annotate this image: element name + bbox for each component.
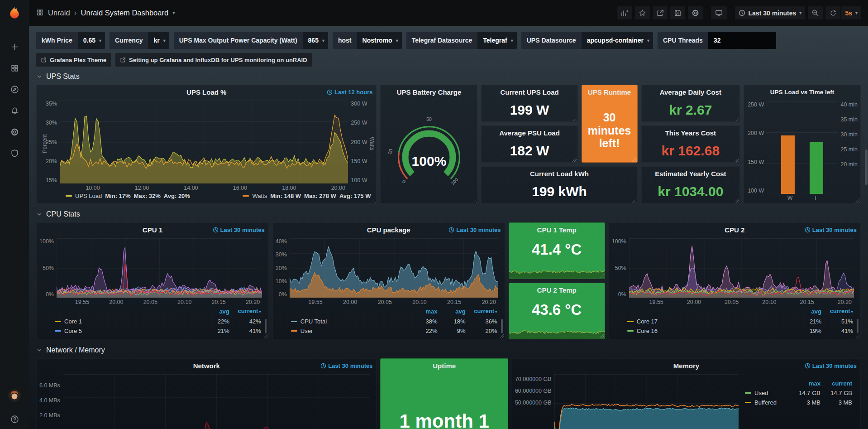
variable-value-dropdown[interactable]: 865▾ (303, 32, 328, 49)
legend-scrollbar[interactable] (265, 319, 267, 333)
explore-compass-icon[interactable] (10, 85, 19, 94)
legend-sort-max[interactable]: max (410, 307, 438, 316)
help-icon[interactable] (10, 415, 19, 424)
variable-value-dropdown[interactable]: apcupsd-container▾ (582, 32, 653, 49)
legend-series-name[interactable]: Core 5 (55, 326, 200, 336)
legend-sort-current[interactable]: current▾ (821, 306, 853, 317)
stat-value: 30 minutes left! (582, 111, 637, 150)
bar-time-left[interactable] (810, 142, 823, 194)
star-dashboard-button[interactable] (634, 6, 650, 20)
y-axis-left: 6.0 MBs4.0 MBs2.0 MBs (39, 374, 60, 429)
add-icon[interactable] (10, 43, 19, 51)
legend-series-name[interactable]: Buffered (745, 398, 789, 407)
page-scrollbar-thumb[interactable] (865, 149, 868, 185)
share-dashboard-button[interactable] (652, 6, 668, 20)
row-ups-stats[interactable]: UPS Stats (36, 68, 861, 85)
variable-host[interactable]: host Nostromo▾ (333, 32, 402, 49)
legend-series-name[interactable]: UPS Load (75, 193, 102, 199)
panel-title[interactable]: Uptime (433, 362, 456, 370)
variable-value-dropdown[interactable]: kr▾ (148, 32, 169, 49)
row-network-memory[interactable]: Network / Memory (36, 342, 861, 358)
panel-title[interactable]: Estimated Yearly Cost (655, 170, 726, 178)
legend-series-name[interactable]: CPU Total (291, 317, 410, 326)
cycle-view-mode-button[interactable] (711, 6, 727, 20)
plot-area[interactable] (290, 238, 498, 298)
panel-title[interactable]: This Years Cost (665, 129, 716, 137)
legend-sort-current[interactable]: current▾ (466, 306, 497, 317)
legend-sort-max[interactable]: max (789, 379, 820, 388)
zoom-out-button[interactable] (807, 6, 823, 20)
cpu-threads-input[interactable] (708, 32, 776, 49)
plot-area[interactable] (629, 238, 854, 298)
legend-series-name[interactable]: User (291, 326, 410, 336)
legend-series-name[interactable]: Used (745, 388, 789, 398)
refresh-button[interactable] (825, 6, 841, 20)
panel-title[interactable]: UPS Load % (186, 88, 226, 96)
time-range-picker[interactable]: Last 30 minutes ▾ (734, 6, 806, 20)
legend-row: Core 17 21%51% (627, 317, 853, 326)
stat-value: 43.6 °C (532, 301, 582, 318)
legend-series-name[interactable]: Watts (252, 193, 267, 199)
legend-sort-current[interactable]: current▾ (229, 306, 261, 317)
legend-scrollbar[interactable] (857, 319, 858, 333)
plot-area[interactable] (766, 101, 838, 194)
legend-series-name[interactable]: Core 1 (55, 317, 200, 326)
dashboard-settings-button[interactable] (687, 6, 703, 20)
external-link-icon (41, 57, 47, 63)
variable-ups-datasource[interactable]: UPS Datasource apcupsd-container▾ (521, 32, 653, 49)
panel-title[interactable]: Average PSU Load (499, 129, 560, 137)
panel-title[interactable]: CPU package (367, 226, 410, 234)
plot-area[interactable] (63, 374, 370, 429)
panel-title[interactable]: Memory (673, 362, 700, 370)
dashboard-link-ups-guide[interactable]: Setting up Grafana and InfluxDB for UPS … (115, 53, 312, 67)
panel-title[interactable]: UPS Load vs Time left (770, 89, 835, 96)
dashboards-icon[interactable] (10, 64, 19, 72)
panel-title[interactable]: CPU 1 Temp (537, 226, 577, 234)
row-title: Network / Memory (46, 346, 105, 354)
panel-network: Network Last 30 minutes 6.0 MBs4.0 MBs2.… (36, 358, 377, 429)
legend-sort-current[interactable]: current (820, 379, 852, 388)
variable-currency[interactable]: Currency kr▾ (110, 32, 169, 49)
panel-title[interactable]: CPU 1 (143, 226, 162, 234)
dashboard-link-plex-theme[interactable]: Grafana Plex Theme (36, 53, 111, 67)
refresh-interval-picker[interactable]: 5s ▾ (841, 6, 862, 20)
variable-ups-max-output[interactable]: UPS Max Output Power Capacity (Watt) 865… (174, 32, 328, 49)
legend-scrollbar[interactable] (501, 319, 503, 333)
bar-watts[interactable] (781, 135, 795, 194)
plot-area[interactable] (60, 101, 348, 183)
panel-title[interactable]: CPU 2 Temp (537, 286, 577, 294)
save-dashboard-button[interactable] (670, 6, 686, 20)
panel-title[interactable]: Current UPS Load (500, 88, 558, 96)
panel-title[interactable]: Network (193, 362, 220, 370)
grafana-logo-icon[interactable] (8, 6, 21, 21)
dashboard-title-caret-icon[interactable]: ▾ (172, 10, 175, 16)
plot-area[interactable] (554, 374, 739, 429)
variable-value-dropdown[interactable]: Nostromo▾ (357, 32, 402, 49)
legend-sort-avg[interactable]: avg (200, 307, 229, 316)
breadcrumb-dashboard-title[interactable]: Unraid System Dashboard (81, 9, 169, 17)
user-avatar[interactable] (8, 389, 21, 402)
legend-series-name[interactable]: Core 16 (627, 326, 792, 336)
variable-kwh-price[interactable]: kWh Price 0.65▾ (36, 32, 105, 49)
plot-area[interactable] (57, 238, 262, 298)
legend-sort-avg[interactable]: avg (438, 307, 466, 316)
legend-sort-avg[interactable]: avg (792, 307, 821, 316)
add-panel-button[interactable] (616, 6, 633, 20)
panel-title[interactable]: UPS Runtime (588, 88, 631, 96)
legend-series-name[interactable]: Core 17 (627, 317, 792, 326)
variable-value-dropdown[interactable]: 0.65▾ (78, 32, 105, 49)
variable-value-dropdown[interactable]: Telegraf▾ (477, 32, 516, 49)
configuration-gear-icon[interactable] (10, 128, 19, 136)
panel-title[interactable]: CPU 2 (725, 226, 744, 234)
alerting-bell-icon[interactable] (10, 106, 19, 115)
svg-text:50: 50 (426, 117, 432, 122)
variable-telegraf-datasource[interactable]: Telegraf Datasource Telegraf▾ (406, 32, 517, 49)
panel-title[interactable]: UPS Battery Charge (397, 88, 462, 96)
clock-icon (805, 227, 811, 233)
row-cpu-stats[interactable]: CPU Stats (36, 206, 861, 222)
panel-title[interactable]: Average Daily Cost (660, 88, 721, 96)
server-admin-shield-icon[interactable] (10, 149, 19, 158)
link-label: Grafana Plex Theme (50, 57, 106, 63)
panel-title[interactable]: Current Load kWh (530, 170, 589, 178)
breadcrumb-folder[interactable]: Unraid (48, 9, 70, 17)
